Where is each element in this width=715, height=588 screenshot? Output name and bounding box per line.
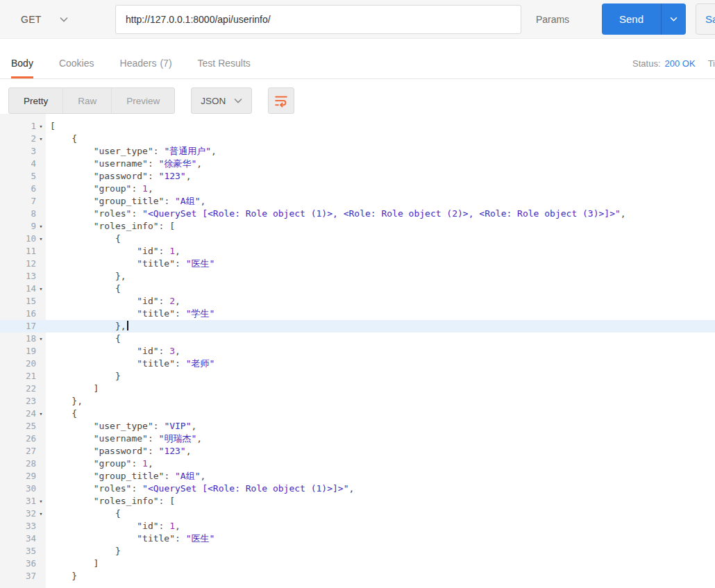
tab-cookies[interactable]: Cookies <box>59 58 94 78</box>
params-button[interactable]: Params <box>521 14 584 25</box>
fold-spacer <box>36 195 46 208</box>
code-line[interactable]: 10▾ { <box>0 233 715 245</box>
fold-caret-icon[interactable]: ▾ <box>36 495 46 507</box>
fold-spacer <box>36 258 46 270</box>
code-line[interactable]: 12 "title": "医生" <box>0 258 715 270</box>
url-input[interactable] <box>115 5 521 34</box>
line-number: 7 <box>0 195 36 208</box>
code-line[interactable]: 23 }, <box>0 395 715 408</box>
fold-caret-icon[interactable]: ▾ <box>36 283 46 295</box>
line-number: 25 <box>0 420 36 432</box>
code-text: "roles": "<QuerySet [<Role: Role object … <box>50 482 354 495</box>
code-text: "title": "学生" <box>50 308 214 320</box>
code-line[interactable]: 28 "group": 1, <box>0 457 715 470</box>
line-number: 18 <box>0 333 36 345</box>
code-line[interactable]: 17 }, <box>0 320 715 333</box>
view-mode-pretty[interactable]: Pretty <box>9 88 62 113</box>
save-button[interactable]: Sa <box>696 3 715 35</box>
code-text: "user_type": "VIP", <box>50 420 196 432</box>
code-text: "id": 1, <box>50 245 180 258</box>
line-number: 34 <box>0 532 36 545</box>
postman-app-window: GET Params Send Sa Body Cookies Headers(… <box>0 0 715 588</box>
line-number: 20 <box>0 358 36 370</box>
code-text: } <box>50 370 121 383</box>
line-number: 33 <box>0 520 36 532</box>
fold-caret-icon[interactable]: ▾ <box>36 507 46 520</box>
code-line[interactable]: 6 "group": 1, <box>0 183 715 195</box>
tab-body[interactable]: Body <box>11 58 33 78</box>
fold-caret-icon[interactable]: ▾ <box>36 220 46 233</box>
code-line[interactable]: 4 "username": "徐豪华", <box>0 158 715 170</box>
fold-caret-icon[interactable]: ▾ <box>36 233 46 245</box>
code-line[interactable]: 31▾ "roles_info": [ <box>0 495 715 507</box>
fold-spacer <box>36 557 46 570</box>
line-number: 22 <box>0 383 36 395</box>
code-line[interactable]: 3 "user_type": "普通用户", <box>0 145 715 158</box>
fold-spacer <box>36 145 46 158</box>
code-line[interactable]: 33 "id": 1, <box>0 520 715 532</box>
code-line[interactable]: 19 "id": 3, <box>0 345 715 358</box>
view-mode-preview[interactable]: Preview <box>111 88 174 113</box>
chevron-down-icon <box>60 17 68 22</box>
code-line[interactable]: 34 "title": "医生" <box>0 532 715 545</box>
code-line[interactable]: 30 "roles": "<QuerySet [<Role: Role obje… <box>0 482 715 495</box>
code-line[interactable]: 21 } <box>0 370 715 383</box>
fold-caret-icon[interactable]: ▾ <box>36 120 46 133</box>
send-options-button[interactable] <box>661 3 686 35</box>
code-line[interactable]: 26 "username": "明瑞杰", <box>0 432 715 445</box>
code-line[interactable]: 11 "id": 1, <box>0 245 715 258</box>
line-number: 16 <box>0 308 36 320</box>
code-line[interactable]: 2▾ { <box>0 133 715 145</box>
code-line[interactable]: 29 "group_title": "A组", <box>0 470 715 482</box>
code-text: "id": 2, <box>50 295 180 308</box>
code-line[interactable]: 8 "roles": "<QuerySet [<Role: Role objec… <box>0 208 715 220</box>
code-text: } <box>50 545 121 557</box>
code-line[interactable]: 27 "password": "123", <box>0 445 715 457</box>
code-line[interactable]: 20 "title": "老师" <box>0 358 715 370</box>
method-dropdown[interactable]: GET <box>11 14 115 25</box>
fold-spacer <box>36 270 46 283</box>
code-line[interactable]: 24▾ { <box>0 408 715 420</box>
language-dropdown[interactable]: JSON <box>191 87 252 114</box>
code-line[interactable]: 18▾ { <box>0 333 715 345</box>
fold-spacer <box>36 308 46 320</box>
code-line[interactable]: 7 "group_title": "A组", <box>0 195 715 208</box>
code-line[interactable]: 1▾[ <box>0 120 715 133</box>
code-line[interactable]: 35 } <box>0 545 715 557</box>
line-number: 30 <box>0 482 36 495</box>
code-line[interactable]: 37 } <box>0 570 715 582</box>
code-line[interactable]: 13 }, <box>0 270 715 283</box>
line-number: 35 <box>0 545 36 557</box>
line-number: 28 <box>0 457 36 470</box>
code-text: { <box>50 333 121 345</box>
code-text: "group_title": "A组", <box>50 470 205 482</box>
wrap-text-button[interactable] <box>268 87 294 114</box>
code-line[interactable]: 5 "password": "123", <box>0 170 715 183</box>
fold-spacer <box>36 358 46 370</box>
line-number: 5 <box>0 170 36 183</box>
fold-caret-icon[interactable]: ▾ <box>36 333 46 345</box>
line-number: 27 <box>0 445 36 457</box>
code-line[interactable]: 14▾ { <box>0 283 715 295</box>
code-line[interactable]: 36 ] <box>0 557 715 570</box>
code-line[interactable]: 25 "user_type": "VIP", <box>0 420 715 432</box>
fold-caret-icon[interactable]: ▾ <box>36 408 46 420</box>
tab-headers-label: Headers <box>120 58 157 69</box>
code-line[interactable]: 22 ] <box>0 383 715 395</box>
code-text: }, <box>50 270 126 283</box>
fold-caret-icon[interactable]: ▾ <box>36 133 46 145</box>
code-line[interactable]: 15 "id": 2, <box>0 295 715 308</box>
response-body-editor[interactable]: 1▾[2▾ {3 "user_type": "普通用户",4 "username… <box>0 114 715 588</box>
code-line[interactable]: 32▾ { <box>0 507 715 520</box>
line-number: 37 <box>0 570 36 582</box>
code-line[interactable]: 9▾ "roles_info": [ <box>0 220 715 233</box>
tab-test-results[interactable]: Test Results <box>198 58 251 78</box>
chevron-down-icon <box>234 98 242 103</box>
send-button[interactable]: Send <box>602 3 661 35</box>
tab-headers[interactable]: Headers(7) <box>120 58 172 78</box>
method-label: GET <box>21 14 42 25</box>
view-mode-raw[interactable]: Raw <box>62 88 111 113</box>
code-line[interactable]: 16 "title": "学生" <box>0 308 715 320</box>
code-text: }, <box>50 395 83 408</box>
fold-spacer <box>36 570 46 582</box>
